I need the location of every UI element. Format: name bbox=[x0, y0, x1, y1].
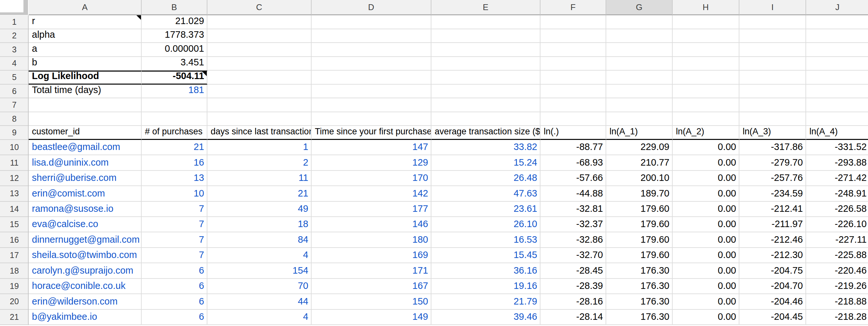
column-header-F[interactable]: F bbox=[540, 0, 606, 15]
row-header-12[interactable]: 12 bbox=[0, 171, 29, 186]
cell-I20[interactable]: -204.46 bbox=[739, 294, 806, 309]
cell-C21[interactable]: 4 bbox=[207, 310, 312, 325]
cell-G17[interactable]: 179.60 bbox=[606, 248, 673, 263]
cell-E8[interactable] bbox=[431, 112, 540, 126]
cell-B9[interactable]: # of purchases bbox=[142, 126, 207, 140]
cell-B20[interactable]: 6 bbox=[142, 294, 207, 309]
cell-B19[interactable]: 6 bbox=[142, 279, 207, 294]
cell-J19[interactable]: -219.26 bbox=[806, 279, 868, 294]
cell-J6[interactable] bbox=[806, 85, 868, 99]
cell-J8[interactable] bbox=[806, 112, 868, 126]
cell-I7[interactable] bbox=[739, 98, 806, 112]
cell-B2[interactable]: 1778.373 bbox=[142, 29, 207, 43]
cell-G14[interactable]: 179.60 bbox=[606, 202, 673, 217]
cell-C9[interactable]: days since last transaction bbox=[207, 126, 312, 140]
cell-B16[interactable]: 7 bbox=[142, 232, 207, 248]
cell-A18[interactable]: carolyn.g@supraijo.com bbox=[29, 263, 142, 279]
cell-A8[interactable] bbox=[29, 112, 142, 126]
cell-B5[interactable]: -504.11 bbox=[142, 71, 207, 85]
cell-H17[interactable]: 0.00 bbox=[673, 248, 739, 263]
cell-B1[interactable]: 21.029 bbox=[142, 15, 207, 29]
cell-A3[interactable]: a bbox=[29, 43, 142, 57]
cell-A20[interactable]: erin@wilderson.com bbox=[29, 294, 142, 309]
column-header-H[interactable]: H bbox=[673, 0, 739, 15]
cell-F16[interactable]: -32.86 bbox=[540, 232, 606, 248]
row-header-10[interactable]: 10 bbox=[0, 140, 29, 155]
cell-E12[interactable]: 26.48 bbox=[431, 171, 540, 186]
cell-D10[interactable]: 147 bbox=[312, 140, 431, 155]
cell-G19[interactable]: 176.30 bbox=[606, 279, 673, 294]
cell-F15[interactable]: -32.37 bbox=[540, 217, 606, 232]
row-header-18[interactable]: 18 bbox=[0, 263, 29, 279]
cell-E16[interactable]: 16.53 bbox=[431, 232, 540, 248]
cell-B13[interactable]: 10 bbox=[142, 186, 207, 201]
cell-A19[interactable]: horace@conible.co.uk bbox=[29, 279, 142, 294]
cell-G8[interactable] bbox=[606, 112, 673, 126]
cell-A5[interactable]: Log Likelihood bbox=[29, 71, 142, 85]
cell-B3[interactable]: 0.000001 bbox=[142, 43, 207, 57]
cell-D9[interactable]: Time since your first purchase bbox=[312, 126, 431, 140]
cell-J10[interactable]: -331.52 bbox=[806, 140, 868, 155]
cell-H1[interactable] bbox=[673, 15, 739, 29]
cell-F8[interactable] bbox=[540, 112, 606, 126]
cell-I4[interactable] bbox=[739, 57, 806, 71]
cell-I5[interactable] bbox=[739, 71, 806, 85]
cell-H20[interactable]: 0.00 bbox=[673, 294, 739, 309]
cell-E5[interactable] bbox=[431, 71, 540, 85]
cell-E21[interactable]: 39.46 bbox=[431, 310, 540, 325]
cell-I17[interactable]: -212.30 bbox=[739, 248, 806, 263]
cell-I21[interactable]: -204.45 bbox=[739, 310, 806, 325]
cell-C18[interactable]: 154 bbox=[207, 263, 312, 279]
cell-C4[interactable] bbox=[207, 57, 312, 71]
cell-E15[interactable]: 26.10 bbox=[431, 217, 540, 232]
cell-G6[interactable] bbox=[606, 85, 673, 99]
cell-D16[interactable]: 180 bbox=[312, 232, 431, 248]
cell-A17[interactable]: sheila.soto@twimbo.com bbox=[29, 248, 142, 263]
row-header-15[interactable]: 15 bbox=[0, 217, 29, 232]
cell-E6[interactable] bbox=[431, 85, 540, 99]
select-all-corner[interactable] bbox=[0, 0, 29, 15]
cell-B15[interactable]: 7 bbox=[142, 217, 207, 232]
cell-J1[interactable] bbox=[806, 15, 868, 29]
cell-C11[interactable]: 2 bbox=[207, 155, 312, 170]
row-header-9[interactable]: 9 bbox=[0, 126, 29, 140]
cell-J7[interactable] bbox=[806, 98, 868, 112]
cell-F4[interactable] bbox=[540, 57, 606, 71]
cell-E7[interactable] bbox=[431, 98, 540, 112]
cell-C5[interactable] bbox=[207, 71, 312, 85]
cell-I14[interactable]: -212.41 bbox=[739, 202, 806, 217]
cell-J17[interactable]: -225.88 bbox=[806, 248, 868, 263]
cell-I18[interactable]: -204.75 bbox=[739, 263, 806, 279]
cell-J12[interactable]: -271.42 bbox=[806, 171, 868, 186]
cell-C2[interactable] bbox=[207, 29, 312, 43]
cell-H12[interactable]: 0.00 bbox=[673, 171, 739, 186]
cell-E19[interactable]: 19.16 bbox=[431, 279, 540, 294]
row-header-14[interactable]: 14 bbox=[0, 202, 29, 217]
cell-E14[interactable]: 23.61 bbox=[431, 202, 540, 217]
cell-C3[interactable] bbox=[207, 43, 312, 57]
cell-H15[interactable]: 0.00 bbox=[673, 217, 739, 232]
cell-D19[interactable]: 167 bbox=[312, 279, 431, 294]
row-header-3[interactable]: 3 bbox=[0, 43, 29, 57]
cell-C16[interactable]: 84 bbox=[207, 232, 312, 248]
cell-I1[interactable] bbox=[739, 15, 806, 29]
cell-E3[interactable] bbox=[431, 43, 540, 57]
cell-I3[interactable] bbox=[739, 43, 806, 57]
cell-B11[interactable]: 16 bbox=[142, 155, 207, 170]
cell-G7[interactable] bbox=[606, 98, 673, 112]
row-header-13[interactable]: 13 bbox=[0, 186, 29, 201]
cell-D21[interactable]: 149 bbox=[312, 310, 431, 325]
cell-C13[interactable]: 21 bbox=[207, 186, 312, 201]
cell-H8[interactable] bbox=[673, 112, 739, 126]
row-header-7[interactable]: 7 bbox=[0, 98, 29, 112]
cell-A14[interactable]: ramona@susose.io bbox=[29, 202, 142, 217]
cell-J13[interactable]: -248.91 bbox=[806, 186, 868, 201]
cell-E17[interactable]: 15.45 bbox=[431, 248, 540, 263]
cell-G16[interactable]: 179.60 bbox=[606, 232, 673, 248]
cell-I16[interactable]: -212.46 bbox=[739, 232, 806, 248]
cell-B14[interactable]: 7 bbox=[142, 202, 207, 217]
column-header-G[interactable]: G bbox=[606, 0, 673, 15]
cell-A13[interactable]: erin@comist.com bbox=[29, 186, 142, 201]
cell-A2[interactable]: alpha bbox=[29, 29, 142, 43]
cell-J2[interactable] bbox=[806, 29, 868, 43]
